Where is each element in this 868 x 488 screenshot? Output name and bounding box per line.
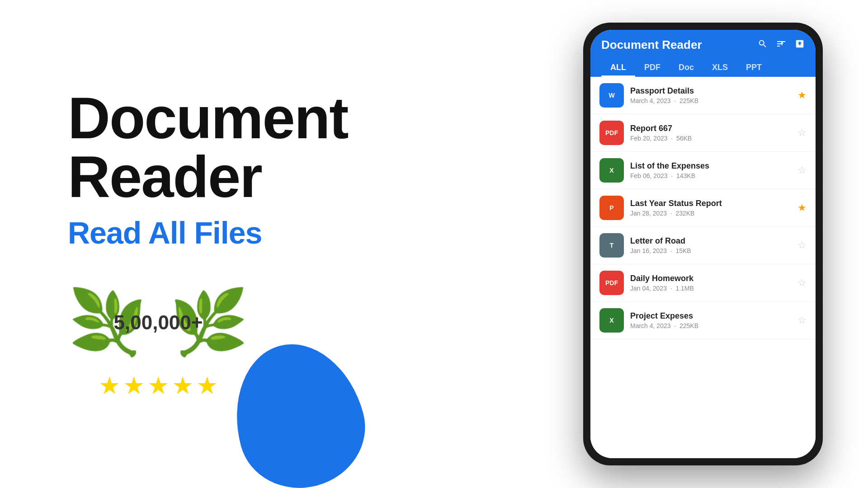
file-type-icon: T	[599, 233, 624, 258]
app-header: Document Reader	[590, 30, 816, 77]
list-item[interactable]: PDF Daily Homework Jan 04, 2023 · 1.1MB …	[590, 264, 816, 302]
file-meta: Jan 04, 2023 · 1.1MB	[630, 285, 791, 292]
app-header-top: Document Reader	[601, 38, 805, 58]
tab-bar: ALL PDF Doc XLS PPT	[601, 58, 805, 77]
list-item[interactable]: PDF Report 667 Feb 20, 2023 · 56KB ☆	[590, 114, 816, 152]
app-tagline: Read All Files	[68, 215, 371, 250]
star-button[interactable]: ☆	[797, 239, 807, 251]
file-info: Letter of Road Jan 16, 2023 · 15KB	[630, 236, 791, 254]
star-2: ★	[123, 371, 145, 400]
file-meta: Feb 06, 2023 · 143KB	[630, 172, 791, 179]
star-button[interactable]: ★	[797, 202, 807, 214]
file-type-icon: P	[599, 196, 624, 220]
file-name: Daily Homework	[630, 274, 791, 283]
star-3: ★	[147, 371, 169, 400]
app-title: Document Reader	[68, 89, 371, 206]
file-name: Report 667	[630, 124, 791, 133]
file-info: Last Year Status Report Jan 28, 2023 · 2…	[630, 199, 791, 217]
laurel-container: 🌿 5,00,000+ 🌿	[68, 277, 249, 368]
star-5: ★	[196, 371, 218, 400]
file-name: Project Expeses	[630, 311, 791, 321]
star-4: ★	[172, 371, 193, 400]
download-count: 5,00,000+	[114, 311, 203, 334]
tab-ppt[interactable]: PPT	[737, 58, 771, 77]
file-info: Daily Homework Jan 04, 2023 · 1.1MB	[630, 274, 791, 292]
file-info: List of the Expenses Feb 06, 2023 · 143K…	[630, 161, 791, 179]
app-name-label: Document Reader	[601, 38, 702, 52]
tab-all[interactable]: ALL	[601, 58, 635, 77]
tab-xls[interactable]: XLS	[703, 58, 737, 77]
file-meta: Jan 16, 2023 · 15KB	[630, 247, 791, 254]
export-icon[interactable]	[795, 39, 805, 52]
file-list: W Passport Details March 4, 2023 · 225KB…	[590, 77, 816, 458]
file-meta: March 4, 2023 · 225KB	[630, 97, 791, 104]
file-name: Passport Details	[630, 86, 791, 96]
file-name: List of the Expenses	[630, 161, 791, 171]
star-button[interactable]: ☆	[797, 127, 807, 139]
header-icons	[758, 38, 805, 52]
tab-doc[interactable]: Doc	[670, 58, 703, 77]
list-item[interactable]: W Passport Details March 4, 2023 · 225KB…	[590, 77, 816, 114]
file-type-icon: W	[599, 83, 624, 108]
file-type-icon: PDF	[599, 271, 624, 295]
star-button[interactable]: ☆	[797, 164, 807, 176]
file-meta: March 4, 2023 · 225KB	[630, 322, 791, 329]
file-info: Project Expeses March 4, 2023 · 225KB	[630, 311, 791, 329]
sort-icon[interactable]	[776, 38, 787, 52]
phone-mockup: Document Reader	[583, 23, 823, 465]
star-button[interactable]: ☆	[797, 314, 807, 326]
list-item[interactable]: P Last Year Status Report Jan 28, 2023 ·…	[590, 189, 816, 227]
file-meta: Jan 28, 2023 · 232KB	[630, 210, 791, 217]
star-1: ★	[99, 371, 120, 400]
star-button[interactable]: ★	[797, 89, 807, 101]
file-info: Passport Details March 4, 2023 · 225KB	[630, 86, 791, 104]
list-item[interactable]: X Project Expeses March 4, 2023 · 225KB …	[590, 302, 816, 339]
star-button[interactable]: ☆	[797, 277, 807, 289]
file-meta: Feb 20, 2023 · 56KB	[630, 135, 791, 142]
file-name: Letter of Road	[630, 236, 791, 246]
file-info: Report 667 Feb 20, 2023 · 56KB	[630, 124, 791, 142]
file-type-icon: X	[599, 308, 624, 333]
phone-outer: Document Reader	[583, 23, 823, 465]
list-item[interactable]: T Letter of Road Jan 16, 2023 · 15KB ☆	[590, 227, 816, 264]
file-name: Last Year Status Report	[630, 199, 791, 208]
search-icon[interactable]	[758, 39, 768, 52]
stars-row: ★ ★ ★ ★ ★	[68, 371, 249, 400]
file-type-icon: X	[599, 158, 624, 183]
phone-inner: Document Reader	[590, 30, 816, 458]
file-type-icon: PDF	[599, 121, 624, 145]
list-item[interactable]: X List of the Expenses Feb 06, 2023 · 14…	[590, 152, 816, 189]
tab-pdf[interactable]: PDF	[635, 58, 670, 77]
